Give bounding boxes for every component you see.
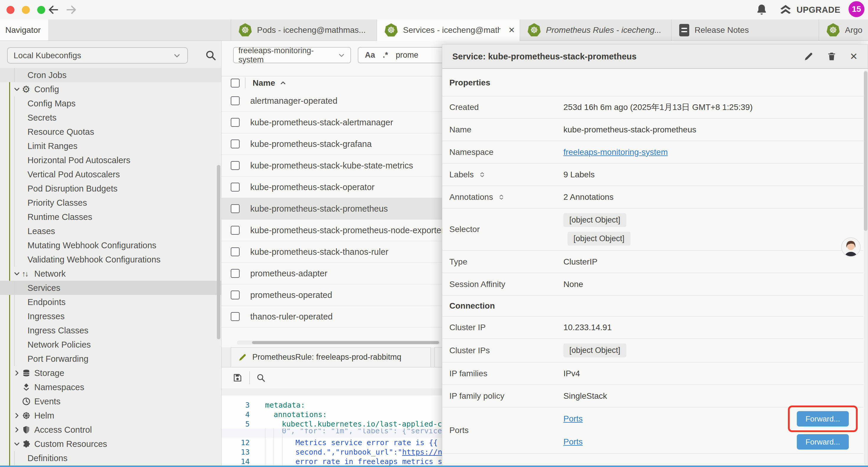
sidebar-tree-item[interactable]: Secrets [0, 111, 221, 125]
forward-button-wrap: Forward... [797, 434, 849, 449]
detail-scrollbar[interactable] [864, 70, 867, 465]
shield-icon [22, 425, 31, 434]
user-avatar[interactable] [841, 237, 861, 257]
notifications-bell-icon[interactable] [755, 3, 768, 16]
sidebar-tree-item[interactable]: Leases [0, 224, 221, 238]
row-checkbox[interactable] [231, 118, 240, 127]
app-tab[interactable]: ☸ Argo Se [819, 20, 868, 40]
close-window-button[interactable] [6, 6, 14, 14]
search-icon[interactable] [205, 49, 217, 61]
detail-section: Properties Created 253d 16h 6m ago (2025… [442, 69, 864, 296]
app-tab[interactable]: ☸ Services - icecheng@math... ✕ [377, 20, 520, 41]
namespace-select[interactable]: freeleaps-monitoring-system [233, 47, 351, 63]
sidebar-scrollbar[interactable] [217, 165, 220, 339]
chevron-right-icon[interactable] [13, 412, 21, 419]
sidebar-tree-item[interactable]: Ingress Classes [0, 323, 221, 338]
back-icon[interactable] [47, 3, 60, 16]
sidebar-tree-item[interactable]: Resource Quotas [0, 125, 221, 139]
sidebar-tree-item[interactable]: Limit Ranges [0, 139, 221, 153]
expand-toggle-icon[interactable] [498, 194, 505, 201]
chevron-down-icon[interactable] [13, 85, 21, 93]
row-checkbox[interactable] [231, 140, 240, 148]
upgrade-button[interactable]: UPGRADE [779, 3, 840, 17]
property-value: IPv4 [563, 369, 580, 378]
sidebar-tree-item[interactable]: Endpoints [0, 295, 221, 309]
edit-pencil-icon[interactable] [804, 52, 814, 61]
forward-button[interactable]: Forward... [797, 434, 849, 449]
forward-icon[interactable] [65, 3, 78, 16]
sidebar-tree-item[interactable]: Horizontal Pod Autoscalers [0, 153, 221, 167]
close-icon[interactable]: ✕ [850, 52, 858, 61]
app-tab[interactable]: ☸ Pods - icecheng@mathmas... [231, 20, 377, 40]
chevron-right-icon[interactable] [13, 426, 21, 434]
sidebar-tree-item[interactable]: Namespaces [0, 380, 221, 394]
sidebar-tree-item[interactable]: Events [0, 394, 221, 408]
select-all-checkbox[interactable] [231, 79, 240, 87]
port-link[interactable]: Ports [563, 437, 583, 447]
sidebar-tree-item[interactable]: Vertical Pod Autoscalers [0, 167, 221, 181]
sidebar-tree-item[interactable]: Config Maps [0, 96, 221, 111]
upgrade-chevrons-icon [779, 3, 793, 17]
sidebar-tree-item[interactable]: Custom Resources [0, 437, 221, 451]
port-link[interactable]: Ports [563, 414, 583, 424]
sidebar-tree-item[interactable]: Mutating Webhook Configurations [0, 238, 221, 253]
kubeconfig-select[interactable]: Local Kubeconfigs [7, 47, 188, 63]
expand-toggle-icon[interactable] [478, 171, 486, 178]
forward-button[interactable]: Forward... [797, 411, 849, 427]
sidebar-tree-item[interactable]: Helm [0, 408, 221, 423]
property-value: ClusterIP [563, 257, 597, 267]
sidebar-tree-item[interactable]: Port Forwarding [0, 352, 221, 366]
search-icon[interactable] [256, 373, 266, 383]
row-checkbox[interactable] [231, 312, 240, 321]
sidebar-tree-item[interactable]: Ingresses [0, 309, 221, 323]
row-checkbox[interactable] [231, 183, 240, 192]
section-heading: Properties [442, 69, 864, 96]
app-tab[interactable]: Release Notes [672, 20, 819, 40]
sidebar-tree-item[interactable]: ↑↓ Network [0, 267, 221, 281]
delete-trash-icon[interactable] [827, 52, 837, 61]
value-chip: [object Object] [563, 213, 626, 227]
row-checkbox[interactable] [231, 96, 240, 105]
sidebar-tree-item[interactable]: Cron Jobs [0, 68, 221, 82]
sidebar-tree-item[interactable]: ⚙ Config [0, 82, 221, 96]
sort-ascending-icon[interactable] [279, 79, 287, 87]
row-checkbox[interactable] [231, 226, 240, 235]
name-column-header[interactable]: Name [253, 78, 275, 88]
row-checkbox[interactable] [231, 204, 240, 213]
regex-toggle[interactable]: .* [383, 51, 388, 60]
value-link[interactable]: freeleaps-monitoring-system [563, 147, 668, 157]
row-checkbox[interactable] [231, 247, 240, 256]
chevron-down-icon [173, 51, 181, 60]
property-value: kube-prometheus-stack-prometheus [563, 125, 696, 135]
row-checkbox[interactable] [231, 269, 240, 278]
notification-count-badge[interactable]: 15 [848, 1, 864, 17]
property-label: Cluster IPs [450, 346, 490, 355]
chevron-right-icon[interactable] [13, 369, 21, 377]
row-checkbox[interactable] [231, 161, 240, 170]
port-row: Ports Forward... [563, 430, 864, 454]
detail-row: Annotations 2 Annotations [442, 186, 864, 208]
chevron-down-icon[interactable] [13, 270, 21, 278]
app-tab[interactable]: ☸ Prometheus Rules - icecheng... [520, 20, 672, 40]
match-case-toggle[interactable]: Aa [365, 51, 375, 60]
row-checkbox[interactable] [231, 291, 240, 299]
property-label: Name [450, 125, 471, 135]
editor-pane-tab[interactable]: PrometheusRule: freeleaps-prod-rabbitmq [231, 347, 431, 367]
chevron-down-icon[interactable] [13, 440, 21, 448]
minimize-window-button[interactable] [22, 6, 30, 14]
close-tab-icon[interactable]: ✕ [508, 25, 515, 35]
navigator-tab[interactable]: Navigator [0, 20, 49, 40]
sidebar-tree-item[interactable]: Access Control [0, 423, 221, 437]
sidebar-tree-item[interactable]: Validating Webhook Configurations [0, 253, 221, 267]
sidebar-tree-item[interactable]: Storage [0, 366, 221, 380]
sidebar-tree-item[interactable]: Priority Classes [0, 196, 221, 210]
save-icon[interactable] [232, 372, 243, 383]
horizontal-scrollbar[interactable] [237, 341, 440, 345]
sidebar-tree-item[interactable]: Network Policies [0, 338, 221, 352]
sidebar-tree-item[interactable]: Services [0, 281, 221, 295]
zoom-window-button[interactable] [37, 6, 45, 14]
detail-row: Session Affinity None [442, 273, 864, 296]
sidebar-tree-item[interactable]: Definitions [0, 451, 221, 465]
sidebar-tree-item[interactable]: Pod Disruption Budgets [0, 181, 221, 196]
sidebar-tree-item[interactable]: Runtime Classes [0, 210, 221, 224]
